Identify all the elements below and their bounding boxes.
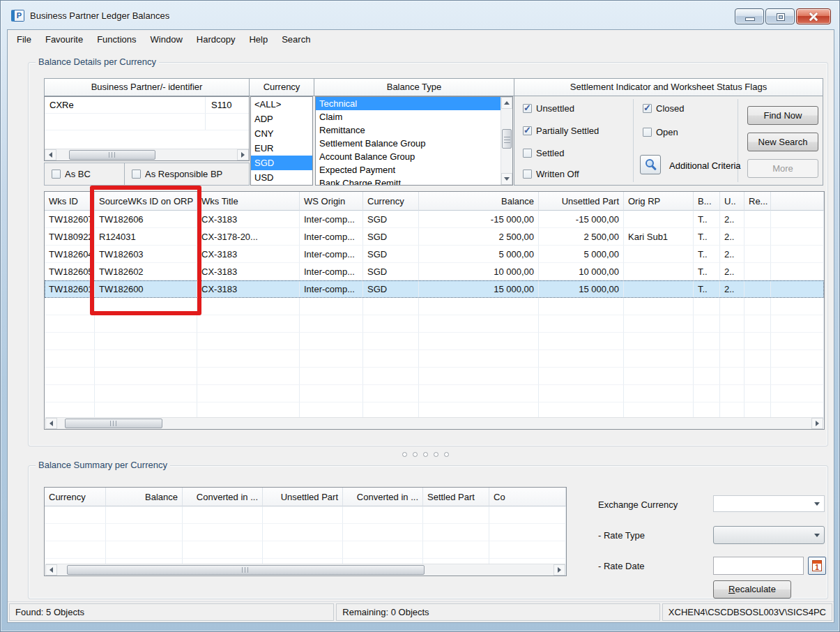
col-balance[interactable]: Balance [419, 192, 539, 211]
balance-type-list[interactable]: Technical Claim Remittance Settlement Ba… [315, 96, 513, 186]
scroll-left-button[interactable] [45, 149, 56, 160]
currency-option-adp[interactable]: ADP [251, 112, 312, 126]
col-sum-currency[interactable]: Currency [45, 488, 106, 506]
currency-option-usd[interactable]: USD [251, 170, 312, 185]
status-remaining-text: Remaining: 0 Objects [342, 607, 429, 617]
balance-summary-group: Balance Summary per Currency Currency Ba… [28, 465, 828, 599]
scrollbar-track[interactable] [57, 418, 811, 429]
scrollbar-track[interactable] [57, 564, 553, 575]
currency-option-cny[interactable]: CNY [251, 126, 312, 141]
calendar-button[interactable] [808, 557, 826, 575]
col-ws-origin[interactable]: WS Origin [300, 192, 363, 211]
balance-type-vscrollbar[interactable] [501, 97, 512, 185]
written-off-checkbox[interactable]: Written Off [523, 169, 579, 179]
scrollbar-track[interactable] [501, 109, 512, 173]
partially-settled-checkbox[interactable]: Partially Settled [523, 126, 599, 136]
scroll-right-button[interactable] [811, 418, 823, 429]
currency-list[interactable]: <ALL> ADP CNY EUR SGD USD [250, 96, 313, 186]
bp-list-hscrollbar[interactable] [45, 149, 249, 160]
menu-favourite[interactable]: Favourite [38, 31, 90, 47]
col-unsettled-part[interactable]: Unsettled Part [539, 192, 624, 211]
rate-date-input[interactable] [713, 557, 804, 575]
scroll-right-button[interactable] [553, 564, 565, 575]
col-re[interactable]: Re... [744, 192, 771, 211]
currency-option-eur[interactable]: EUR [251, 141, 312, 156]
as-responsible-bp-checkbox[interactable]: As Responsible BP [132, 169, 222, 179]
col-source-wks-id[interactable]: SourceWKs ID on ORP [95, 192, 197, 211]
find-now-button[interactable]: Find Now [747, 106, 818, 125]
currency-option-all[interactable]: <ALL> [251, 97, 312, 112]
col-sum-converted-2[interactable]: Converted in ... [343, 488, 423, 506]
more-button[interactable]: More [747, 159, 818, 178]
balance-type-claim[interactable]: Claim [316, 110, 501, 123]
balance-type-settlement-balance-group[interactable]: Settlement Balance Group [316, 137, 501, 150]
menu-help[interactable]: Help [242, 31, 275, 47]
scroll-right-button[interactable] [237, 149, 249, 160]
col-currency[interactable]: Currency [363, 192, 419, 211]
col-sum-converted-1[interactable]: Converted in ... [183, 488, 263, 506]
splitter-handle[interactable] [402, 452, 449, 457]
scrollbar-thumb[interactable] [69, 150, 155, 160]
cell-empty [197, 315, 300, 333]
scroll-down-button[interactable] [501, 173, 512, 185]
business-partner-list[interactable]: CXRe S110 [44, 96, 250, 161]
menu-window[interactable]: Window [144, 31, 190, 47]
minimize-button[interactable] [735, 8, 764, 24]
app-icon: P [11, 10, 24, 22]
splitter-dot-icon [402, 452, 407, 457]
col-wks-id[interactable]: Wks ID [45, 192, 95, 211]
open-checkbox[interactable]: Open [643, 127, 678, 137]
unsettled-checkbox[interactable]: Unsettled [523, 103, 574, 114]
button-label: R [728, 584, 735, 594]
recalculate-button[interactable]: Recalculate [713, 580, 791, 599]
col-sum-balance[interactable]: Balance [106, 488, 183, 506]
col-b[interactable]: B... [694, 192, 720, 211]
col-wks-title[interactable]: Wks Title [197, 192, 300, 211]
table-row[interactable]: TW182607 TW182606 CX-3183 Inter-comp... … [45, 211, 824, 228]
table-row[interactable]: TW182605 TW182602 CX-3183 Inter-comp... … [45, 263, 824, 280]
menu-functions[interactable]: Functions [90, 31, 143, 47]
bp-list-item[interactable]: CXRe S110 [45, 97, 249, 114]
col-sum-converted-3[interactable]: Co [489, 488, 566, 506]
scroll-up-button[interactable] [501, 97, 512, 109]
summary-hscrollbar[interactable] [45, 564, 565, 575]
col-u[interactable]: U.. [720, 192, 744, 211]
maximize-button[interactable] [765, 8, 795, 24]
scrollbar-thumb[interactable] [67, 565, 425, 575]
scrollbar-track[interactable] [56, 149, 237, 160]
scroll-left-button[interactable] [45, 564, 57, 575]
balance-type-technical[interactable]: Technical [316, 97, 501, 110]
table-row[interactable]: TW182604 TW182603 CX-3183 Inter-comp... … [45, 246, 824, 263]
results-hscrollbar[interactable] [45, 417, 823, 429]
cell-b: T.. [694, 211, 720, 228]
menu-search[interactable]: Search [275, 31, 317, 47]
bp-name: CXRe [45, 97, 206, 113]
col-orig-rp[interactable]: Orig RP [624, 192, 694, 211]
scrollbar-thumb[interactable] [502, 129, 512, 149]
new-search-button[interactable]: New Search [747, 133, 818, 151]
balance-type-account-balance-group[interactable]: Account Balance Group [316, 150, 501, 163]
title-bar[interactable]: P Business Partner Ledger Balances [1, 1, 840, 29]
additional-criteria-button[interactable] [640, 155, 661, 174]
as-bc-checkbox[interactable]: As BC [52, 169, 91, 179]
settled-checkbox[interactable]: Settled [523, 148, 564, 158]
bp-list-empty-row[interactable] [45, 114, 249, 130]
table-row[interactable]: TW180922 R124031 CX-3178-20... Inter-com… [45, 228, 824, 246]
menu-file[interactable]: File [10, 31, 38, 47]
col-sum-unsettled-part[interactable]: Unsettled Part [263, 488, 343, 506]
scroll-left-button[interactable] [45, 418, 57, 429]
close-button[interactable] [796, 8, 831, 24]
status-bar: Found: 5 Objects Remaining: 0 Objects XC… [8, 601, 834, 622]
menu-hardcopy[interactable]: Hardcopy [190, 31, 243, 47]
currency-option-sgd[interactable]: SGD [251, 156, 312, 170]
exchange-currency-combobox[interactable] [713, 495, 825, 512]
rate-type-combobox[interactable] [713, 526, 825, 544]
balance-type-expected-payment[interactable]: Expected Payment [316, 163, 501, 176]
balance-type-bank-charge[interactable]: Bank Charge Remitt... [316, 176, 501, 186]
table-row-selected[interactable]: TW182601 TW182600 CX-3183 Inter-comp... … [45, 280, 824, 298]
scrollbar-thumb[interactable] [65, 419, 163, 428]
balance-details-group: Balance Details per Currency Business Pa… [28, 62, 828, 446]
col-sum-settled-part[interactable]: Settled Part [423, 488, 489, 506]
balance-type-remittance[interactable]: Remittance [316, 123, 501, 137]
closed-checkbox[interactable]: Closed [643, 103, 684, 114]
